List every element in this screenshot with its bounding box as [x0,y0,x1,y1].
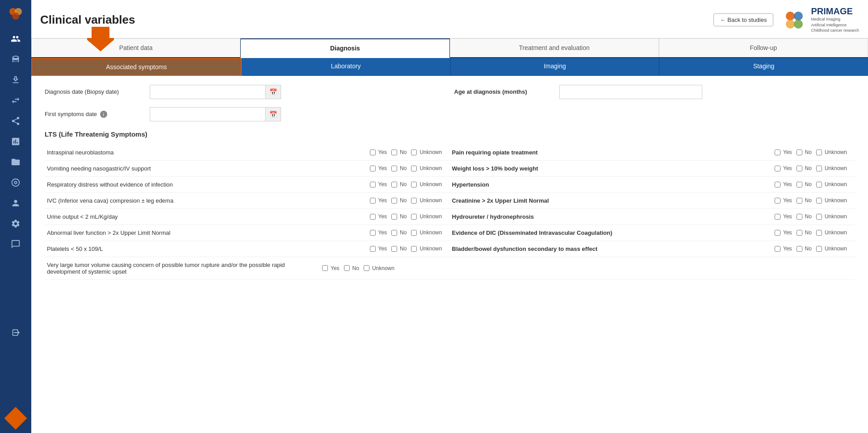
symptom-no-weight_loss[interactable] [797,166,802,171]
symptom-no-urine_output[interactable] [391,214,397,220]
symptom-row-dic: Evidence of DIC (Disseminated Intravascu… [450,225,855,241]
symptom-no-creatinine[interactable] [797,198,802,204]
symptom-yes-pain_opiate[interactable] [775,150,780,155]
sub-tab-laboratory[interactable]: Laboratory [242,58,451,76]
symptom-yes-bladder[interactable] [775,246,780,252]
svg-point-2 [12,12,19,20]
diagnosis-date-label: Diagnosis date (Biopsy date) [45,88,143,95]
sidebar-item-analytics[interactable] [0,131,31,152]
symptom-label-liver_function: Abnormal liver function > 2x Upper Limit… [47,229,363,236]
symptom-yes-creatinine[interactable] [775,198,780,204]
symptom-no-respiratory[interactable] [391,182,397,187]
symptom-row-ivc: IVC (Inferior vena cava) compresion ± le… [45,193,450,209]
symptom-no-platelets[interactable] [391,246,397,252]
symptom-yes-platelets[interactable] [370,246,376,252]
symptom-unknown-respiratory[interactable] [411,182,417,187]
symptom-yes-tumor_volume[interactable] [322,265,328,271]
content-area: Diagnosis date (Biopsy date) 📅 Age at di… [31,76,868,433]
symptom-row-platelets: Platelets < 50 x 109/L Yes No Unknown [45,241,450,257]
symptom-label-hypertension: Hypertension [452,181,768,188]
symptom-unknown-ivc[interactable] [411,198,417,204]
first-symptoms-input[interactable] [150,107,266,121]
primage-brand-text: PRIMAGE Medical Imaging Artificial Intel… [811,6,859,33]
tab-patient-data[interactable]: Patient data [31,38,240,57]
symptom-yes-urine_output[interactable] [370,214,376,220]
sidebar-item-logout[interactable] [0,322,31,343]
sidebar-item-user[interactable] [0,193,31,213]
top-tabs: Patient data Diagnosis Treatment and eva… [31,38,868,58]
sidebar-item-settings[interactable] [0,213,31,234]
first-symptoms-info-icon[interactable]: i [100,111,107,118]
symptom-unknown-liver_function[interactable] [411,230,417,236]
diagnosis-date-row: Diagnosis date (Biopsy date) 📅 Age at di… [45,85,855,99]
sidebar-item-files[interactable] [0,152,31,172]
sidebar-logo [5,4,26,25]
symptom-no-intraspinal[interactable] [391,150,397,155]
symptom-no-pain_opiate[interactable] [797,150,802,155]
back-to-studies-button[interactable]: ← Back to studies [713,13,774,26]
symptom-unknown-weight_loss[interactable] [816,166,822,171]
symptom-options-ivc: Yes No Unknown [367,197,448,204]
symptom-no-tumor_volume[interactable] [344,265,350,271]
sub-tab-imaging[interactable]: Imaging [451,58,660,76]
sidebar-item-database[interactable] [0,49,31,70]
diagnosis-date-input-group: 📅 [150,85,281,99]
symptom-no-liver_function[interactable] [391,230,397,236]
symptom-row-vomiting: Vomiting needing nasogastric/IV support … [45,161,450,177]
symptom-unknown-vomiting[interactable] [411,166,417,171]
sub-tab-staging[interactable]: Staging [659,58,868,76]
symptom-unknown-dic[interactable] [816,230,822,236]
first-symptoms-label: First symptoms date i [45,111,143,118]
symptom-unknown-intraspinal[interactable] [411,150,417,155]
symptom-label-vomiting: Vomiting needing nasogastric/IV support [47,165,363,172]
first-symptoms-calendar-btn[interactable]: 📅 [266,107,281,121]
symptom-yes-weight_loss[interactable] [775,166,780,171]
tab-follow-up[interactable]: Follow-up [659,38,868,57]
symptom-yes-vomiting[interactable] [370,166,376,171]
symptom-no-vomiting[interactable] [391,166,397,171]
sidebar-item-upload[interactable] [0,70,31,90]
symptom-no-ivc[interactable] [391,198,397,204]
symptom-unknown-bladder[interactable] [816,246,822,252]
primage-logo-icon [782,7,807,32]
symptom-unknown-hydroureter[interactable] [816,214,822,220]
symptom-unknown-urine_output[interactable] [411,214,417,220]
sidebar-item-messages[interactable] [0,234,31,254]
symptom-yes-ivc[interactable] [370,198,376,204]
symptom-row-liver_function: Abnormal liver function > 2x Upper Limit… [45,225,450,241]
diagnosis-date-calendar-btn[interactable]: 📅 [266,85,281,99]
symptom-label-pain_opiate: Pain requiring opiate treatment [452,149,768,156]
age-diagnosis-input[interactable] [559,85,702,99]
svg-point-6 [786,20,795,29]
symptom-unknown-creatinine[interactable] [816,198,822,204]
sidebar-item-target[interactable] [0,172,31,193]
symptom-no-dic[interactable] [797,230,802,236]
symptom-yes-dic[interactable] [775,230,780,236]
symptom-yes-respiratory[interactable] [370,182,376,187]
sidebar-item-patients[interactable] [0,29,31,49]
symptom-label-platelets: Platelets < 50 x 109/L [47,246,363,252]
symptom-unknown-platelets[interactable] [411,246,417,252]
symptom-yes-hypertension[interactable] [775,182,780,187]
sidebar-item-transfer[interactable] [0,90,31,111]
tab-diagnosis[interactable]: Diagnosis [240,38,449,58]
symptom-yes-hydroureter[interactable] [775,214,780,220]
main-content: Clinical variables ← Back to studies PRI… [31,0,868,433]
sub-tab-associated-symptoms[interactable]: Associated symptoms [31,58,242,76]
symptom-unknown-pain_opiate[interactable] [816,150,822,155]
symptom-no-bladder[interactable] [797,246,802,252]
age-diagnosis-label: Age at diagnosis (months) [454,88,553,95]
symptom-options-bladder: Yes No Unknown [772,246,852,252]
symptom-yes-intraspinal[interactable] [370,150,376,155]
diagnosis-date-input[interactable] [150,85,266,99]
symptom-unknown-hypertension[interactable] [816,182,822,187]
symptom-options-urine_output: Yes No Unknown [367,213,448,220]
symptom-yes-liver_function[interactable] [370,230,376,236]
symptom-unknown-tumor_volume[interactable] [364,265,369,271]
symptom-label-hydroureter: Hydroureter / hydronephrosis [452,213,768,220]
sidebar-item-share[interactable] [0,111,31,131]
tab-treatment-evaluation[interactable]: Treatment and evaluation [450,38,659,57]
symptom-no-hypertension[interactable] [797,182,802,187]
symptom-row-intraspinal: Intraspinal neuroblastoma Yes No Unknown [45,145,450,161]
symptom-no-hydroureter[interactable] [797,214,802,220]
